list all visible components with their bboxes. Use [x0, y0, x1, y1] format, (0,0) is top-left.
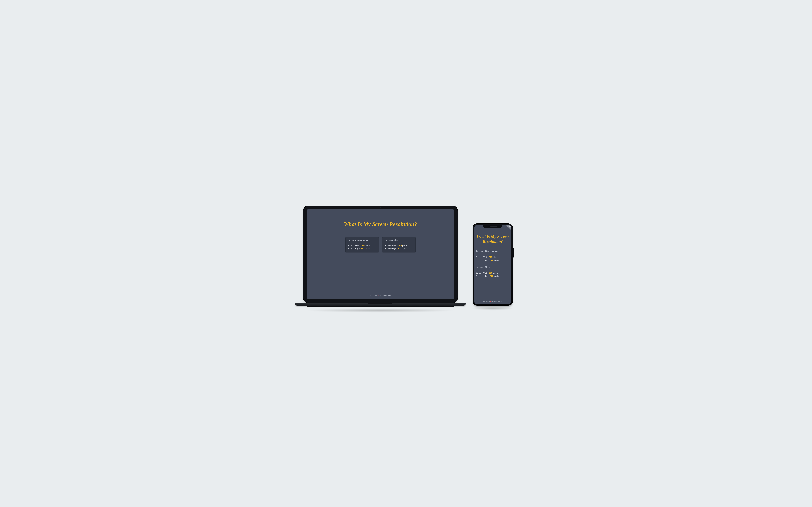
phone-camera-dot: [489, 226, 490, 227]
footer: Made with ♥ by theandersonn: [307, 293, 454, 299]
phone-mockup: What Is My Screen Resolution? Screen Res…: [473, 223, 513, 306]
footer-prefix: Made with: [483, 301, 490, 302]
row-width: Screen Width: 375 pixels: [476, 272, 510, 275]
row-height: Screen Height: 747 pixels: [476, 275, 510, 278]
trackpad-notch: [368, 303, 392, 304]
phone-notch: [483, 225, 502, 228]
row-height: Screen Height: 747 pixels: [476, 259, 510, 262]
footer-author[interactable]: by theandersonn: [379, 295, 391, 296]
unit: pixels: [494, 259, 499, 262]
label: Screen Height:: [348, 247, 361, 250]
page-title: What Is My Screen Resolution?: [476, 225, 510, 250]
row-width: Screen Width: 1920 pixels: [348, 244, 376, 247]
card-heading: Screen Size: [385, 239, 413, 243]
row-width: Screen Width: 375 pixels: [476, 256, 510, 259]
page-title: What Is My Screen Resolution?: [307, 210, 454, 237]
app-laptop: What Is My Screen Resolution? Screen Res…: [307, 210, 454, 299]
value-width: 1920: [397, 244, 402, 247]
value-height: 872: [398, 247, 401, 250]
row-width: Screen Width: 1920 pixels: [385, 244, 413, 247]
phone-screen: What Is My Screen Resolution? Screen Res…: [474, 225, 511, 304]
footer: Made with ♥ by theandersonn: [476, 299, 510, 304]
unit: pixels: [402, 247, 407, 250]
laptop-mockup: What Is My Screen Resolution? Screen Res…: [303, 206, 458, 312]
unit: pixels: [402, 244, 407, 247]
label: Screen Width:: [348, 244, 360, 247]
row-height: Screen Height: 872 pixels: [385, 247, 413, 250]
label: Screen Width:: [385, 244, 397, 247]
label: Screen Width:: [476, 272, 489, 274]
value-width: 1920: [361, 244, 365, 247]
unit: pixels: [493, 272, 498, 274]
unit: pixels: [365, 247, 370, 250]
laptop-shadow: [306, 308, 455, 312]
laptop-lid: What Is My Screen Resolution? Screen Res…: [303, 206, 458, 303]
value-height: 943: [361, 247, 364, 250]
value-width: 375: [489, 256, 492, 259]
value-height: 747: [490, 275, 493, 277]
phone-shadow: [472, 307, 514, 310]
card-screen-resolution: Screen Resolution Screen Width: 1920 pix…: [346, 237, 379, 252]
label: Screen Height:: [385, 247, 397, 250]
app-phone: What Is My Screen Resolution? Screen Res…: [474, 225, 511, 304]
unit: pixels: [494, 275, 499, 277]
heart-icon: ♥: [378, 295, 379, 296]
value-height: 747: [490, 259, 493, 262]
info-cards: Screen Resolution Screen Width: 375 pixe…: [476, 250, 510, 278]
value-width: 375: [489, 272, 492, 274]
card-heading: Screen Resolution: [348, 239, 376, 243]
card-screen-resolution: Screen Resolution Screen Width: 375 pixe…: [476, 250, 510, 262]
laptop-base: [295, 303, 465, 307]
card-screen-size: Screen Size Screen Width: 1920 pixels Sc…: [382, 237, 416, 252]
webcam-dot: [380, 207, 381, 208]
card-heading: Screen Resolution: [476, 250, 510, 254]
laptop-screen: What Is My Screen Resolution? Screen Res…: [307, 210, 454, 299]
footer-author[interactable]: by theandersonn: [491, 301, 502, 302]
card-heading: Screen Size: [476, 266, 510, 270]
info-cards: Screen Resolution Screen Width: 1920 pix…: [307, 237, 454, 252]
github-corner[interactable]: [506, 225, 511, 230]
heart-icon: ♥: [490, 301, 491, 302]
card-screen-size: Screen Size Screen Width: 375 pixels Scr…: [476, 266, 510, 278]
label: Screen Height:: [476, 259, 489, 262]
row-height: Screen Height: 943 pixels: [348, 247, 376, 250]
footer-prefix: Made with: [370, 295, 377, 296]
label: Screen Height:: [476, 275, 489, 277]
unit: pixels: [493, 256, 498, 259]
device-mockup-scene: What Is My Screen Resolution? Screen Res…: [288, 187, 524, 320]
plug-icon: [508, 226, 511, 228]
unit: pixels: [365, 244, 370, 247]
phone-speaker-slot: [490, 226, 497, 227]
label: Screen Width:: [476, 256, 489, 259]
